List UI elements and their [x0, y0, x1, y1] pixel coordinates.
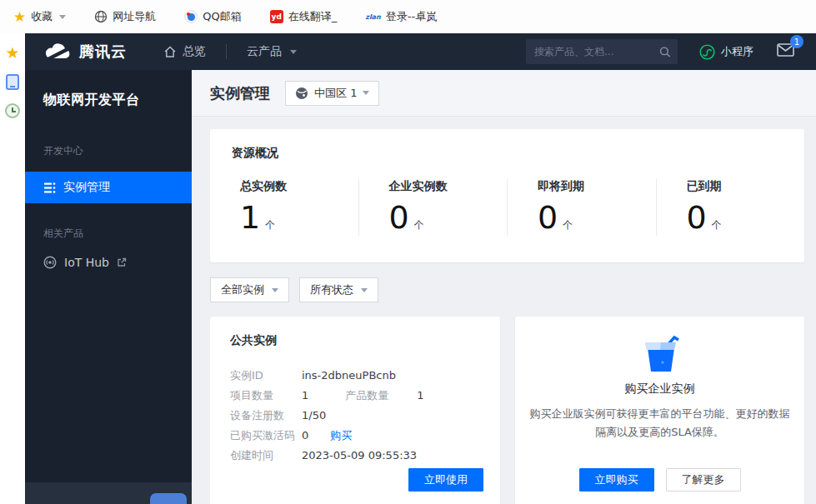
promo-title: 购买企业实例 — [625, 382, 695, 397]
sidebar-section-dev-center: 开发中心 — [25, 144, 192, 158]
stat-label: 即将到期 — [538, 179, 656, 194]
field-value: 1 — [417, 390, 423, 402]
stat-label: 企业实例数 — [389, 179, 508, 194]
field-label: 设备注册数 — [230, 410, 302, 422]
chevron-down-icon — [272, 288, 278, 292]
browser-bookmark-bar: ★ 收藏 网址导航 QQ邮箱 yd 在线翻译_ zlan 登录--卓岚 — [0, 0, 816, 33]
region-label: 中国区 1 — [314, 86, 357, 101]
bookmark-qq-mail[interactable]: QQ邮箱 — [184, 9, 241, 24]
field-value: 0 — [302, 430, 308, 442]
star-icon: ★ — [13, 10, 26, 24]
stat-label: 总实例数 — [240, 179, 358, 194]
buy-now-button[interactable]: 立即购买 — [579, 468, 654, 492]
field-label: 项目数量 — [230, 390, 302, 402]
console-header: 腾讯云 总览 云产品 小程序 1 — [25, 33, 816, 70]
globe-icon — [94, 10, 108, 23]
tencent-cloud-logo[interactable]: 腾讯云 — [43, 42, 127, 62]
sidebar-item-iot-hub[interactable]: IoT Hub — [25, 256, 192, 269]
chevron-down-icon — [363, 91, 369, 95]
qq-mail-icon — [184, 10, 198, 23]
stat-unit: 个 — [563, 218, 573, 232]
learn-more-button[interactable]: 了解更多 — [666, 468, 741, 492]
stat-value: 1 — [240, 199, 260, 236]
filter-instance-type[interactable]: 全部实例 — [210, 277, 289, 302]
bookmark-translate[interactable]: yd 在线翻译_ — [270, 9, 338, 24]
cloud-logo-icon — [43, 42, 72, 61]
instance-cards-row: 公共实例 实例ID ins-2dbneuPBcnb 项目数量 1 产品数量 1 … — [210, 317, 804, 504]
bookmark-zlan-login[interactable]: zlan 登录--卓岚 — [365, 9, 437, 24]
resource-overview-card: 资源概况 总实例数 1 个 企业实例数 0 个 即将到期 0 — [210, 129, 804, 262]
sidebar-section-related-products: 相关产品 — [25, 227, 192, 241]
chevron-down-icon — [361, 288, 368, 292]
filter-row: 全部实例 所有状态 — [210, 277, 378, 302]
chevron-down-icon — [290, 50, 297, 54]
header-search[interactable] — [526, 39, 678, 64]
filter-status[interactable]: 所有状态 — [299, 277, 378, 302]
field-label: 已购买激活码 — [230, 430, 302, 442]
stat-expired: 已到期 0 个 — [656, 179, 805, 236]
bookmark-nav-site[interactable]: 网址导航 — [94, 9, 156, 24]
nav-overview-label: 总览 — [183, 44, 206, 59]
page-title-bar: 实例管理 中国区 1 — [192, 70, 816, 117]
sidebar-item-label: IoT Hub — [64, 256, 109, 269]
stat-unit: 个 — [265, 218, 275, 232]
zlan-icon: zlan — [365, 13, 381, 21]
history-clock-icon[interactable] — [5, 103, 20, 118]
stat-value: 0 — [538, 199, 558, 236]
extension-strip: ★ — [0, 33, 25, 504]
page-title: 实例管理 — [210, 83, 270, 103]
nav-miniprogram[interactable]: 小程序 — [699, 44, 753, 60]
external-link-icon — [117, 257, 127, 267]
brand-name: 腾讯云 — [79, 42, 127, 62]
search-icon[interactable] — [659, 46, 671, 58]
stat-unit: 个 — [414, 218, 424, 232]
field-instance-id: 实例ID ins-2dbneuPBcnb — [230, 370, 483, 382]
stat-label: 已到期 — [687, 179, 805, 194]
field-value: 1/50 — [302, 410, 326, 422]
sidebar-item-instance-management[interactable]: 实例管理 — [25, 172, 192, 203]
stat-total-instances: 总实例数 1 个 — [232, 179, 358, 236]
field-value: 2023-05-09 09:55:33 — [302, 450, 417, 462]
field-value: ins-2dbneuPBcnb — [302, 370, 396, 382]
favorite-star-icon[interactable]: ★ — [5, 45, 19, 61]
bookmark-label: 收藏 — [31, 9, 53, 24]
stat-value: 0 — [687, 199, 707, 236]
nav-divider — [226, 44, 227, 59]
sidebar: 物联网开发平台 开发中心 实例管理 相关产品 IoT Hub — [25, 70, 192, 504]
promo-description: 购买企业版实例可获得更丰富的平台功能、更好的数据隔离以及更高的SLA保障。 — [526, 405, 794, 442]
sidebar-footer — [25, 482, 192, 504]
bookmark-label: 在线翻译_ — [288, 9, 338, 24]
public-instance-card: 公共实例 实例ID ins-2dbneuPBcnb 项目数量 1 产品数量 1 … — [210, 317, 500, 504]
field-label: 实例ID — [230, 370, 302, 382]
bookmark-label: 登录--卓岚 — [386, 9, 437, 24]
field-project-product-count: 项目数量 1 产品数量 1 — [230, 390, 483, 402]
filter-label: 所有状态 — [310, 282, 353, 297]
bookmark-label: QQ邮箱 — [203, 9, 241, 24]
nav-messages[interactable]: 1 — [777, 43, 794, 60]
screen-capture-icon[interactable] — [6, 74, 19, 90]
field-label: 创建时间 — [230, 450, 302, 462]
region-selector[interactable]: 中国区 1 — [285, 81, 379, 106]
field-value: 1 — [302, 390, 308, 402]
sidebar-product-title: 物联网开发平台 — [25, 70, 192, 109]
stat-value: 0 — [389, 199, 409, 236]
shopping-bucket-icon — [638, 335, 683, 373]
use-now-button[interactable]: 立即使用 — [408, 468, 483, 492]
nav-overview[interactable]: 总览 — [163, 44, 206, 59]
message-count-badge: 1 — [790, 35, 803, 48]
sidebar-item-label: 实例管理 — [63, 180, 110, 195]
field-activation-codes: 已购买激活码 0 购买 — [230, 430, 483, 442]
bookmark-favorites[interactable]: ★ 收藏 — [13, 9, 66, 24]
field-created-time: 创建时间 2023-05-09 09:55:33 — [230, 450, 483, 462]
overview-card-title: 资源概况 — [232, 146, 804, 161]
main-content: 实例管理 中国区 1 资源概况 总实例数 1 个 企业实例数 — [192, 70, 816, 504]
home-icon — [163, 46, 177, 58]
search-input[interactable] — [534, 46, 659, 57]
stat-unit: 个 — [712, 218, 722, 232]
field-device-registrations: 设备注册数 1/50 — [230, 410, 483, 422]
region-globe-icon — [295, 87, 308, 100]
nav-products[interactable]: 云产品 — [247, 44, 297, 59]
instance-list-icon — [43, 182, 56, 194]
buy-activation-code-link[interactable]: 购买 — [330, 430, 352, 442]
assistant-mascot-icon[interactable] — [150, 493, 187, 504]
